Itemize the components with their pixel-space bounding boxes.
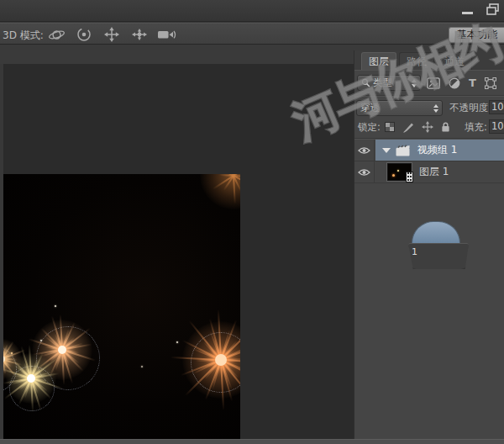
canvas-image[interactable] [3,174,240,439]
restore-icon[interactable] [486,3,499,15]
adjustment-layer-filter-icon[interactable] [449,77,460,89]
slide-3d-icon[interactable] [130,27,149,42]
layer-filter-row: 类型 T [354,74,504,92]
spark-dot [40,340,42,341]
dome-marker-label: 1 [412,246,417,257]
thumbnail-spark [392,174,395,177]
starburst-core [58,346,66,354]
window-controls [462,2,499,17]
video-group-icon [396,145,410,156]
dome-body: 1 [408,243,469,269]
shape-layer-filter-icon[interactable] [485,77,496,89]
visibility-toggle[interactable] [354,140,375,161]
options-bar: 3D 模式: [0,23,504,45]
panel-divider [354,95,504,97]
3d-mode-tools [47,27,176,42]
3d-mode-label: 3D 模式: [3,29,44,43]
window-bottom-edge [0,439,504,444]
layer-filter-icons: T [427,76,496,91]
starburst-core [215,354,227,366]
updown-arrows-icon [433,104,438,113]
layers-panel: 图层 路径 通道 类型 [354,50,504,439]
tab-layers[interactable]: 图层 [361,52,396,70]
tab-paths[interactable]: 路径 [399,52,434,70]
layer-row-body[interactable]: 视频组 1 [375,140,504,161]
blend-mode-dropdown[interactable]: 穿透 [356,100,443,116]
camera-3d-icon[interactable] [158,27,176,42]
layer-row-layer1[interactable]: 图层 1 [354,161,504,183]
spark-dot [11,352,13,354]
dome-top [412,221,460,243]
layer-row-video-group[interactable]: 视频组 1 [354,140,504,161]
photoshop-window: 3D 模式: [0,0,504,444]
spark-dot [141,366,143,367]
blend-mode-value: 穿透 [360,102,430,114]
lock-row: 锁定: [354,119,504,136]
pixel-layer-filter-icon[interactable] [427,77,440,89]
filter-type-dropdown[interactable]: 类型 [357,75,421,91]
search-icon [361,78,370,87]
type-layer-filter-icon[interactable]: T [469,77,476,89]
tab-channels[interactable]: 通道 [437,52,472,70]
expand-triangle-icon[interactable] [382,148,391,153]
layer-name: 视频组 1 [417,143,457,157]
lock-pixels-icon[interactable] [402,122,414,133]
opacity-value[interactable]: 100% [489,100,504,114]
layer-thumbnail[interactable] [387,163,412,181]
roll-3d-icon[interactable] [75,27,93,42]
thumbnail-spark [397,170,399,172]
pan-3d-icon[interactable] [102,27,121,42]
fill-label: 填充: [465,121,487,134]
lock-position-icon[interactable] [422,121,433,133]
visibility-toggle[interactable] [354,161,375,182]
opacity-label: 不透明度: [449,102,491,114]
minimize-icon[interactable] [462,12,473,14]
updown-arrows-icon [412,79,417,87]
document-pasteboard [0,64,354,439]
layer-name: 图层 1 [419,165,449,179]
spark-dot [176,341,178,343]
spark-dot [55,305,56,307]
workspace-switcher-button[interactable]: 基本功能 [449,27,504,43]
eye-icon [358,146,370,155]
orbit-3d-icon[interactable] [47,27,66,42]
starburst-core [27,374,35,383]
lock-icons [385,120,450,134]
eye-icon [358,168,370,177]
lock-all-icon[interactable] [441,121,450,133]
filter-type-value: 类型 [373,77,408,89]
blend-mode-row: 穿透 不透明度: 100% [354,99,504,117]
lock-transparency-icon[interactable] [385,122,395,132]
fill-value[interactable]: 100% [489,119,504,134]
layer-row-body[interactable]: 图层 1 [375,161,504,182]
panel-tab-bar: 图层 路径 通道 [354,50,504,71]
layer-list: 视频组 1 [354,140,504,183]
lock-label: 锁定: [358,121,381,134]
filmstrip-badge-icon [406,172,413,182]
group-dome-marker[interactable]: 1 [408,221,470,269]
title-bar [0,0,504,22]
